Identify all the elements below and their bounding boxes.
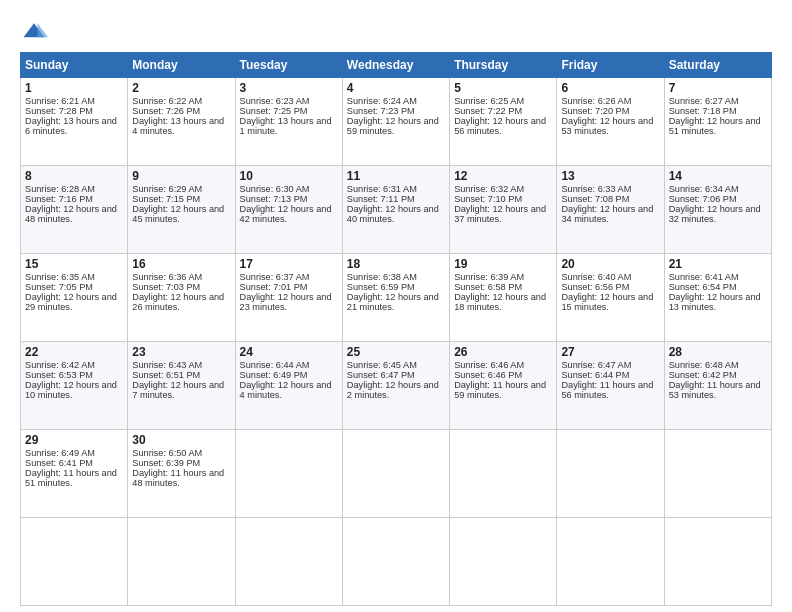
sunset-label: Sunset: 7:16 PM xyxy=(25,194,93,204)
sunset-label: Sunset: 7:03 PM xyxy=(132,282,200,292)
page: Sunday Monday Tuesday Wednesday Thursday… xyxy=(0,0,792,612)
sunrise-label: Sunrise: 6:24 AM xyxy=(347,96,417,106)
table-row: 4 Sunrise: 6:24 AM Sunset: 7:23 PM Dayli… xyxy=(342,78,449,166)
sunset-label: Sunset: 6:44 PM xyxy=(561,370,629,380)
calendar: Sunday Monday Tuesday Wednesday Thursday… xyxy=(20,52,772,606)
table-row xyxy=(128,518,235,606)
sunrise-label: Sunrise: 6:39 AM xyxy=(454,272,524,282)
day-number: 14 xyxy=(669,169,767,183)
table-row xyxy=(235,430,342,518)
table-row xyxy=(557,518,664,606)
sunset-label: Sunset: 7:20 PM xyxy=(561,106,629,116)
table-row xyxy=(21,518,128,606)
table-row: 21 Sunrise: 6:41 AM Sunset: 6:54 PM Dayl… xyxy=(664,254,771,342)
daylight-label: Daylight: 12 hours and 40 minutes. xyxy=(347,204,439,224)
daylight-label: Daylight: 11 hours and 59 minutes. xyxy=(454,380,546,400)
sunset-label: Sunset: 7:06 PM xyxy=(669,194,737,204)
daylight-label: Daylight: 12 hours and 51 minutes. xyxy=(669,116,761,136)
table-row: 12 Sunrise: 6:32 AM Sunset: 7:10 PM Dayl… xyxy=(450,166,557,254)
sunset-label: Sunset: 7:23 PM xyxy=(347,106,415,116)
day-number: 22 xyxy=(25,345,123,359)
table-row: 3 Sunrise: 6:23 AM Sunset: 7:25 PM Dayli… xyxy=(235,78,342,166)
table-row: 10 Sunrise: 6:30 AM Sunset: 7:13 PM Dayl… xyxy=(235,166,342,254)
sunrise-label: Sunrise: 6:36 AM xyxy=(132,272,202,282)
daylight-label: Daylight: 12 hours and 34 minutes. xyxy=(561,204,653,224)
col-thursday: Thursday xyxy=(450,53,557,78)
daylight-label: Daylight: 13 hours and 4 minutes. xyxy=(132,116,224,136)
daylight-label: Daylight: 12 hours and 10 minutes. xyxy=(25,380,117,400)
table-row xyxy=(664,518,771,606)
sunrise-label: Sunrise: 6:47 AM xyxy=(561,360,631,370)
table-row: 11 Sunrise: 6:31 AM Sunset: 7:11 PM Dayl… xyxy=(342,166,449,254)
table-row: 19 Sunrise: 6:39 AM Sunset: 6:58 PM Dayl… xyxy=(450,254,557,342)
table-row: 14 Sunrise: 6:34 AM Sunset: 7:06 PM Dayl… xyxy=(664,166,771,254)
col-sunday: Sunday xyxy=(21,53,128,78)
sunset-label: Sunset: 6:49 PM xyxy=(240,370,308,380)
sunset-label: Sunset: 7:28 PM xyxy=(25,106,93,116)
sunrise-label: Sunrise: 6:43 AM xyxy=(132,360,202,370)
sunrise-label: Sunrise: 6:38 AM xyxy=(347,272,417,282)
daylight-label: Daylight: 12 hours and 48 minutes. xyxy=(25,204,117,224)
sunset-label: Sunset: 6:56 PM xyxy=(561,282,629,292)
sunrise-label: Sunrise: 6:42 AM xyxy=(25,360,95,370)
sunrise-label: Sunrise: 6:23 AM xyxy=(240,96,310,106)
sunrise-label: Sunrise: 6:32 AM xyxy=(454,184,524,194)
sunrise-label: Sunrise: 6:44 AM xyxy=(240,360,310,370)
sunrise-label: Sunrise: 6:37 AM xyxy=(240,272,310,282)
sunset-label: Sunset: 7:11 PM xyxy=(347,194,415,204)
col-tuesday: Tuesday xyxy=(235,53,342,78)
day-number: 13 xyxy=(561,169,659,183)
table-row xyxy=(664,430,771,518)
sunset-label: Sunset: 7:22 PM xyxy=(454,106,522,116)
sunset-label: Sunset: 6:41 PM xyxy=(25,458,93,468)
day-number: 16 xyxy=(132,257,230,271)
col-wednesday: Wednesday xyxy=(342,53,449,78)
day-number: 5 xyxy=(454,81,552,95)
sunrise-label: Sunrise: 6:22 AM xyxy=(132,96,202,106)
sunrise-label: Sunrise: 6:35 AM xyxy=(25,272,95,282)
logo xyxy=(20,18,50,46)
day-number: 24 xyxy=(240,345,338,359)
table-row xyxy=(450,518,557,606)
day-number: 12 xyxy=(454,169,552,183)
sunset-label: Sunset: 7:13 PM xyxy=(240,194,308,204)
day-number: 28 xyxy=(669,345,767,359)
table-row: 27 Sunrise: 6:47 AM Sunset: 6:44 PM Dayl… xyxy=(557,342,664,430)
daylight-label: Daylight: 12 hours and 23 minutes. xyxy=(240,292,332,312)
day-number: 23 xyxy=(132,345,230,359)
table-row: 15 Sunrise: 6:35 AM Sunset: 7:05 PM Dayl… xyxy=(21,254,128,342)
logo-icon xyxy=(20,18,48,46)
table-row: 24 Sunrise: 6:44 AM Sunset: 6:49 PM Dayl… xyxy=(235,342,342,430)
daylight-label: Daylight: 12 hours and 2 minutes. xyxy=(347,380,439,400)
day-number: 15 xyxy=(25,257,123,271)
sunrise-label: Sunrise: 6:26 AM xyxy=(561,96,631,106)
daylight-label: Daylight: 12 hours and 32 minutes. xyxy=(669,204,761,224)
daylight-label: Daylight: 13 hours and 6 minutes. xyxy=(25,116,117,136)
sunrise-label: Sunrise: 6:49 AM xyxy=(25,448,95,458)
day-number: 30 xyxy=(132,433,230,447)
sunset-label: Sunset: 6:39 PM xyxy=(132,458,200,468)
col-saturday: Saturday xyxy=(664,53,771,78)
sunrise-label: Sunrise: 6:34 AM xyxy=(669,184,739,194)
col-monday: Monday xyxy=(128,53,235,78)
table-row: 22 Sunrise: 6:42 AM Sunset: 6:53 PM Dayl… xyxy=(21,342,128,430)
day-number: 4 xyxy=(347,81,445,95)
daylight-label: Daylight: 11 hours and 48 minutes. xyxy=(132,468,224,488)
table-row xyxy=(557,430,664,518)
table-row xyxy=(342,518,449,606)
calendar-header-row: Sunday Monday Tuesday Wednesday Thursday… xyxy=(21,53,772,78)
sunrise-label: Sunrise: 6:31 AM xyxy=(347,184,417,194)
sunset-label: Sunset: 6:58 PM xyxy=(454,282,522,292)
sunrise-label: Sunrise: 6:27 AM xyxy=(669,96,739,106)
day-number: 6 xyxy=(561,81,659,95)
sunrise-label: Sunrise: 6:33 AM xyxy=(561,184,631,194)
day-number: 11 xyxy=(347,169,445,183)
sunset-label: Sunset: 7:01 PM xyxy=(240,282,308,292)
daylight-label: Daylight: 12 hours and 7 minutes. xyxy=(132,380,224,400)
sunset-label: Sunset: 7:08 PM xyxy=(561,194,629,204)
sunset-label: Sunset: 6:53 PM xyxy=(25,370,93,380)
sunrise-label: Sunrise: 6:30 AM xyxy=(240,184,310,194)
day-number: 27 xyxy=(561,345,659,359)
sunrise-label: Sunrise: 6:45 AM xyxy=(347,360,417,370)
sunset-label: Sunset: 7:26 PM xyxy=(132,106,200,116)
